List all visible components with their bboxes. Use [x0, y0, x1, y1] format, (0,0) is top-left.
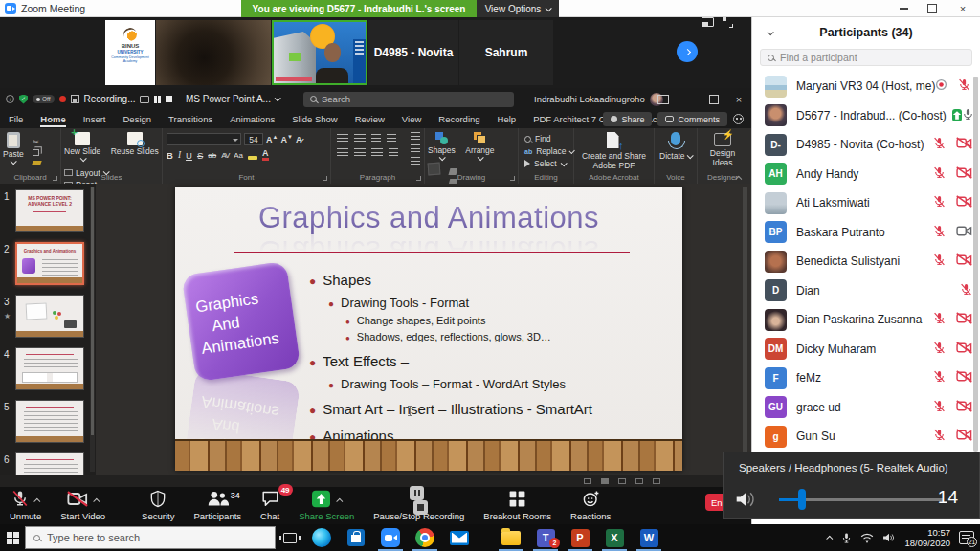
share-screen-button[interactable]: Share Screen [289, 487, 364, 524]
notes-icon[interactable] [584, 478, 591, 484]
chevron-up-icon[interactable] [33, 497, 40, 504]
mic-muted-icon[interactable] [958, 77, 970, 95]
highlight-color-button[interactable] [248, 156, 257, 160]
participant-row[interactable]: BPBaskara Putranto [752, 218, 972, 248]
reactions-button[interactable]: Reactions [561, 487, 620, 524]
dialog-launcher-icon[interactable] [510, 176, 515, 181]
video-tile-sahrum[interactable]: Sahrum [459, 20, 553, 85]
italic-button[interactable]: I [178, 150, 181, 160]
ribbon-tab-home[interactable]: Home [32, 110, 74, 128]
mic-muted-icon[interactable] [933, 341, 946, 358]
unmute-button[interactable]: Unmute [0, 487, 51, 524]
info-icon[interactable]: i [6, 95, 14, 103]
align-right-button[interactable] [371, 148, 383, 157]
participant-row[interactable]: D-D4985 - Novita (Co-host) [752, 130, 972, 160]
normal-view-icon[interactable] [601, 478, 609, 484]
participant-row[interactable]: gGun Su [752, 422, 972, 452]
volume-slider[interactable] [779, 498, 944, 501]
clear-formatting-icon[interactable]: A̷ [296, 135, 302, 144]
security-button[interactable]: Security [132, 487, 184, 524]
mic-muted-icon[interactable] [960, 282, 972, 299]
save-icon[interactable] [71, 95, 79, 103]
reuse-slides-button[interactable]: Reuse Slides [108, 131, 162, 157]
ribbon-tab-slide-show[interactable]: Slide Show [283, 110, 346, 128]
speaker-icon[interactable] [735, 491, 756, 508]
tray-speaker-icon[interactable] [882, 532, 896, 543]
ribbon-tab-insert[interactable]: Insert [75, 110, 115, 128]
chevron-up-icon[interactable] [336, 497, 343, 504]
camera-off-icon[interactable] [956, 165, 972, 183]
select-button[interactable]: Select [524, 159, 573, 168]
increase-font-icon[interactable]: A▲ [266, 134, 278, 144]
slide-thumbnail-row[interactable]: 6 [0, 452, 96, 475]
taskbar-app-zoom[interactable] [373, 524, 408, 551]
pause-icon[interactable] [154, 96, 161, 103]
camera-on-icon[interactable] [956, 224, 972, 241]
video-tile-active-speaker[interactable] [272, 20, 368, 85]
ppt-search-box[interactable] [303, 92, 514, 107]
ppt-restore-button[interactable] [702, 88, 726, 110]
notification-center-icon[interactable]: 21 [959, 531, 974, 544]
slide-thumbnail[interactable]: Graphics and Animations [15, 242, 84, 285]
camera-off-icon[interactable] [956, 369, 972, 386]
participant-search-box[interactable] [760, 49, 972, 66]
slide-thumbnail[interactable] [15, 452, 84, 475]
font-name-select[interactable] [167, 133, 241, 145]
account-user[interactable]: Indrabudhi Lokaadinugroho [534, 88, 663, 110]
slide-thumbnail-row[interactable]: 4 [0, 347, 96, 395]
participant-row[interactable]: Dian Paskarina Zusanna [752, 305, 972, 335]
camera-off-icon[interactable] [956, 311, 972, 328]
ribbon-tab-help[interactable]: Help [489, 110, 525, 128]
increase-indent-button[interactable] [387, 134, 396, 143]
font-color-button[interactable]: A [262, 149, 269, 161]
format-painter-icon[interactable] [32, 161, 41, 165]
change-case-button[interactable]: Aa [234, 151, 243, 160]
collapse-panel-icon[interactable] [768, 29, 774, 35]
taskbar-app-mail[interactable] [442, 524, 477, 551]
tray-expand-icon[interactable] [827, 535, 834, 541]
slideshow-icon[interactable] [653, 478, 660, 484]
convert-smartart-button[interactable] [411, 157, 420, 165]
camera-off-icon[interactable] [956, 399, 972, 416]
align-text-button[interactable] [411, 144, 420, 153]
create-share-pdf-button[interactable]: Create and ShareAdobe PDF [574, 132, 654, 170]
numbering-button[interactable] [354, 134, 366, 143]
taskbar-search-box[interactable] [25, 526, 276, 549]
taskbar-app-store[interactable] [339, 524, 373, 551]
shapes-button[interactable]: Shapes [425, 131, 458, 162]
pip-view-icon[interactable] [702, 17, 714, 27]
video-tile-novita[interactable]: D4985 - Novita [368, 20, 458, 85]
replace-button[interactable]: abReplace [524, 146, 573, 156]
cut-icon[interactable]: ✂ [33, 139, 42, 146]
mic-muted-icon[interactable] [933, 136, 946, 153]
copy-icon[interactable] [33, 149, 39, 156]
taskbar-app-teams[interactable]: T2 [528, 524, 563, 551]
shadow-button[interactable]: ab [208, 151, 216, 160]
view-options-button[interactable]: View Options [477, 0, 559, 17]
participant-row[interactable]: DMDicky Muharam [752, 335, 972, 364]
chat-button[interactable]: 49Chat [251, 487, 289, 524]
text-direction-button[interactable] [411, 132, 420, 141]
search-input[interactable] [322, 94, 475, 104]
camera-off-icon[interactable] [956, 194, 972, 211]
mic-muted-icon[interactable] [933, 369, 946, 386]
taskbar-app-powerpoint[interactable]: P [563, 524, 597, 551]
decrease-font-icon[interactable]: A▼ [280, 134, 292, 144]
new-slide-button[interactable]: New Slide [61, 131, 103, 163]
slide-scrollbar[interactable] [743, 187, 747, 465]
thumbnail-scrollbar[interactable] [90, 187, 95, 472]
share-button[interactable]: Share [603, 112, 652, 126]
ribbon-tab-animations[interactable]: Animations [221, 110, 283, 128]
taskbar-search-input[interactable] [47, 532, 238, 543]
ribbon-display-options-button[interactable] [651, 88, 676, 110]
participant-row[interactable]: AHAndy Handy [752, 160, 972, 189]
dictate-button[interactable]: Dictate [655, 132, 697, 161]
character-spacing-button[interactable]: AV [221, 151, 229, 160]
align-left-button[interactable] [337, 148, 348, 157]
slide-thumbnail-row[interactable]: 2Graphics and Animations [0, 242, 96, 290]
mic-muted-icon[interactable] [933, 165, 946, 183]
feedback-smiley-icon[interactable] [733, 114, 744, 124]
underline-button[interactable]: U [186, 150, 192, 161]
bold-button[interactable]: B [167, 150, 173, 161]
dialog-launcher-icon[interactable] [53, 176, 57, 181]
